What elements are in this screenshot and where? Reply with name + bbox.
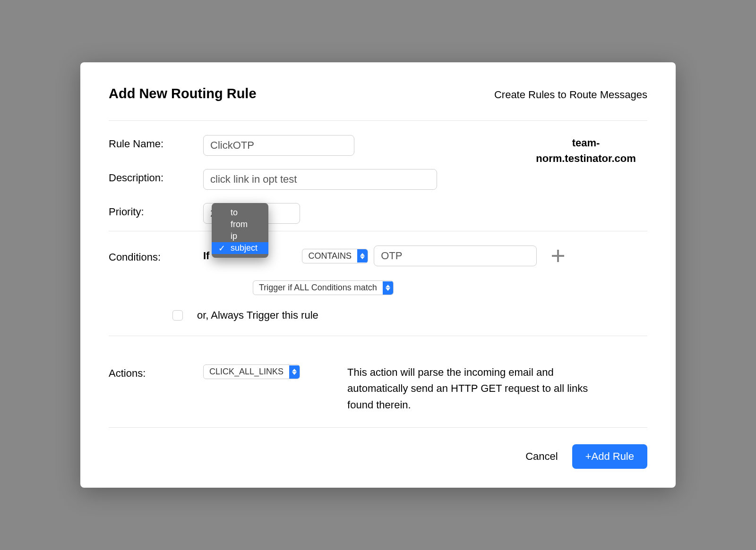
description-input[interactable] [203,169,437,190]
action-select[interactable]: CLICK_ALL_LINKS [203,364,300,379]
select-arrows-icon [383,281,393,295]
plus-icon [551,249,565,263]
svg-rect-1 [552,255,564,257]
description-row: Description: [109,169,647,190]
routing-rule-modal: Add New Routing Rule Create Rules to Rou… [80,62,676,487]
divider-2 [109,336,647,336]
dropdown-option-to[interactable]: to [212,207,268,219]
rule-name-label: Rule Name: [109,135,203,150]
trigger-mode-row: Trigger if ALL Conditions match [253,280,647,295]
conditions-row: Conditions: If to from ip ✓ subject CONT… [109,245,647,266]
add-rule-button[interactable]: +Add Rule [572,444,647,469]
cancel-button[interactable]: Cancel [525,450,558,463]
operator-select[interactable]: CONTAINS [302,249,368,263]
checkmark-icon: ✓ [218,243,225,254]
actions-row: Actions: CLICK_ALL_LINKS This action wil… [109,350,647,413]
modal-subtitle: Create Rules to Route Messages [494,89,647,101]
rule-name-row: Rule Name: team-norm.testinator.com [109,135,647,156]
dropdown-option-from[interactable]: from [212,219,268,230]
domain-info: team-norm.testinator.com [524,135,647,166]
always-trigger-label: or, Always Trigger this rule [197,309,318,322]
modal-footer: Cancel +Add Rule [109,427,647,469]
form-body: Rule Name: team-norm.testinator.com Desc… [109,121,647,413]
priority-label: Priority: [109,203,203,218]
always-trigger-checkbox[interactable] [172,310,183,321]
trigger-mode-text: Trigger if ALL Conditions match [253,281,383,295]
always-trigger-row: or, Always Trigger this rule [172,309,647,322]
select-arrows-icon [357,249,368,262]
priority-row: Priority: [109,203,647,224]
modal-header: Add New Routing Rule Create Rules to Rou… [109,86,647,121]
modal-title: Add New Routing Rule [109,86,257,102]
rule-name-input[interactable] [203,135,354,156]
add-condition-button[interactable] [551,249,565,263]
dropdown-option-ip[interactable]: ip [212,230,268,242]
operator-select-text: CONTAINS [302,249,357,263]
condition-value-input[interactable] [374,245,537,266]
trigger-mode-select[interactable]: Trigger if ALL Conditions match [253,280,394,295]
if-prefix: If [203,250,209,262]
dropdown-option-subject[interactable]: ✓ subject [212,242,268,254]
select-arrows-icon [289,365,300,379]
divider-1 [109,231,647,231]
actions-label: Actions: [109,364,203,380]
action-select-text: CLICK_ALL_LINKS [204,365,289,379]
action-description: This action will parse the incoming emai… [347,364,588,413]
description-label: Description: [109,169,203,184]
conditions-label: Conditions: [109,248,203,263]
field-dropdown-popup: to from ip ✓ subject [212,203,268,258]
